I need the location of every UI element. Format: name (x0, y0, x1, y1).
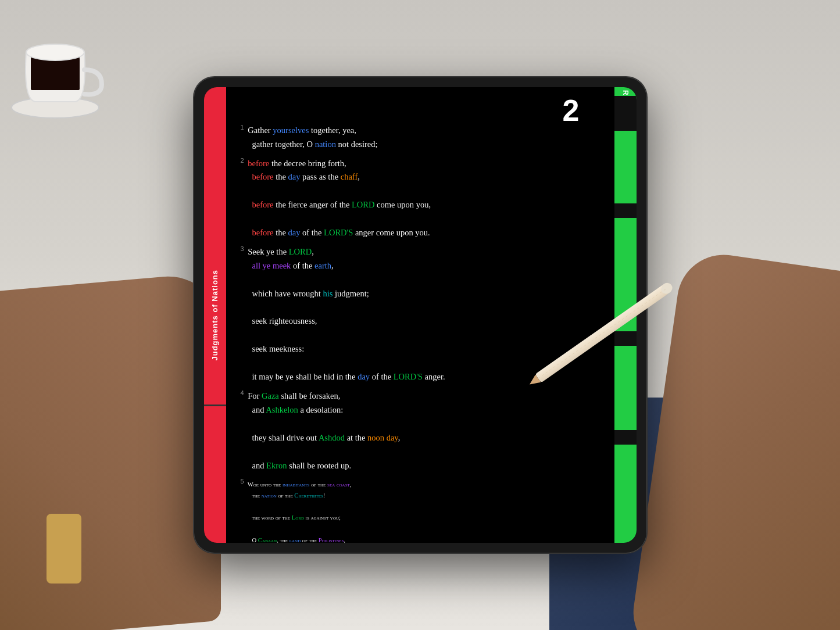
verse-3-text1: Seek ye the LORD, (248, 247, 314, 256)
ipad-container: Judgments of Nations 2 1 Gather yourselv… (194, 77, 647, 553)
verse-2-line4: before the day of the LORD'S anger come … (241, 226, 603, 240)
svg-rect-2 (31, 58, 80, 90)
verse-3-line5: seek meekness: (241, 342, 603, 356)
verse-5-line2: the nation of the Cherethites! (241, 491, 603, 501)
verse-5-text1: Woe unto the inhabitants of the sea coas… (248, 482, 352, 488)
verse-2-before1: before (248, 159, 269, 168)
coffee-cup-area (0, 0, 145, 145)
verse-num-2: 2 (241, 157, 244, 164)
left-sidebar-marker (204, 405, 226, 406)
main-content[interactable]: 2 1 Gather yourselves together, yea, gat… (226, 87, 614, 543)
verse-num-5: 5 (241, 478, 244, 485)
verse-5-line4: O Canaan, the land of the Philistines, (241, 535, 603, 543)
bible-text: 1 Gather yourselves together, yea, gathe… (241, 122, 603, 543)
verse-3-line4: seek righteousness, (241, 314, 603, 328)
verse-4-line2: and Ashkelon a desolation: (241, 403, 603, 417)
verse-2-text1: the decree bring forth, (269, 159, 346, 168)
left-sidebar-label: Judgments of Nations (210, 270, 219, 361)
ipad-screen: Judgments of Nations 2 1 Gather yourselv… (204, 87, 637, 543)
verse-num-4: 4 (241, 389, 244, 396)
verse-num-3: 3 (241, 245, 244, 252)
verse-1-line2: gather together, O nation not desired; (241, 138, 603, 152)
verse-1-text: Gather yourselves together, yea, (248, 126, 356, 135)
verse-2-line3: before the fierce anger of the LORD come… (241, 198, 603, 212)
verse-3-line3: which have wrought his judgment; (241, 287, 603, 301)
ipad-frame: Judgments of Nations 2 1 Gather yourselv… (194, 77, 647, 553)
verse-4-line4: and Ekron shall be rooted up. (241, 459, 603, 473)
svg-point-3 (26, 44, 84, 60)
verse-1: 1 Gather yourselves together, yea, gathe… (241, 122, 603, 152)
verse-2-line2: before the day pass as the chaff, (241, 170, 603, 184)
verse-5: 5 Woe unto the inhabitants of the sea co… (241, 476, 603, 543)
verse-4: 4 For Gaza shall be forsaken, and Ashkel… (241, 388, 603, 472)
verse-3-line2: all ye meek of the earth, (241, 259, 603, 273)
left-hand (0, 271, 221, 630)
watch-strap (47, 514, 81, 584)
right-sidebar-marker-top (614, 96, 637, 131)
left-sidebar: Judgments of Nations (204, 87, 226, 543)
right-sidebar-marker-mid3 (614, 430, 637, 445)
right-sidebar-marker-mid1 (614, 203, 637, 218)
verse-4-text1: For Gaza shall be forsaken, (248, 391, 340, 400)
coffee-cup-svg (0, 0, 116, 128)
verse-num-1: 1 (241, 124, 244, 131)
verse-2: 2 before the decree bring forth, before … (241, 155, 603, 240)
verse-5-line3: the word of the Lord is against you; (241, 513, 603, 523)
verse-4-line3: they shall drive out Ashdod at the noon … (241, 431, 603, 445)
